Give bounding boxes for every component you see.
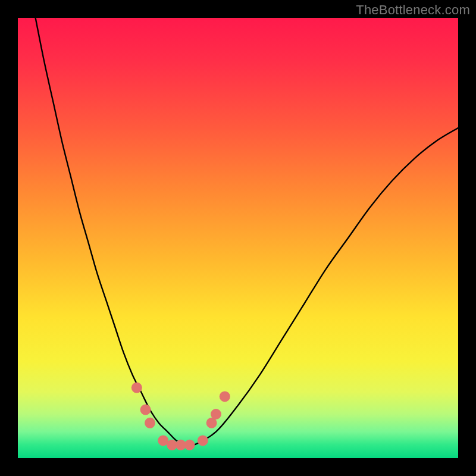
curve-marker: [198, 435, 208, 446]
curve-marker: [211, 409, 221, 419]
plot-area: [18, 18, 458, 458]
curve-marker: [220, 391, 230, 402]
curve-marker: [131, 383, 142, 393]
curve-marker: [140, 405, 151, 415]
curve-svg: [18, 18, 458, 458]
bottleneck-curve: [36, 18, 458, 446]
curve-marker: [184, 440, 195, 450]
watermark-text: TheBottleneck.com: [356, 2, 470, 18]
curve-marker: [145, 418, 155, 428]
chart-frame: TheBottleneck.com: [0, 0, 476, 476]
curve-markers: [131, 383, 230, 450]
